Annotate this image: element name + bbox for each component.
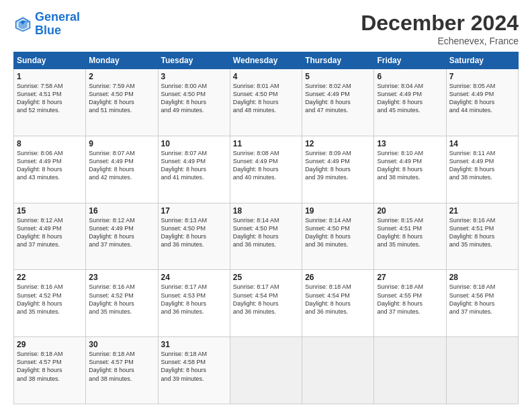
day-info: Sunrise: 8:09 AM Sunset: 4:49 PM Dayligh…: [305, 149, 371, 182]
day-number: 9: [89, 139, 154, 148]
day-info: Sunrise: 8:18 AM Sunset: 4:57 PM Dayligh…: [17, 350, 83, 383]
col-friday: Friday: [374, 52, 446, 69]
day-cell: 26Sunrise: 8:18 AM Sunset: 4:54 PM Dayli…: [302, 270, 374, 337]
day-info: Sunrise: 8:14 AM Sunset: 4:50 PM Dayligh…: [233, 216, 299, 249]
day-number: 5: [305, 72, 371, 81]
day-info: Sunrise: 8:15 AM Sunset: 4:51 PM Dayligh…: [377, 216, 443, 249]
week-row-1: 1Sunrise: 7:58 AM Sunset: 4:51 PM Daylig…: [14, 69, 519, 136]
day-info: Sunrise: 8:17 AM Sunset: 4:53 PM Dayligh…: [161, 283, 227, 316]
day-info: Sunrise: 8:18 AM Sunset: 4:55 PM Dayligh…: [377, 283, 443, 316]
week-row-5: 29Sunrise: 8:18 AM Sunset: 4:57 PM Dayli…: [14, 337, 519, 404]
title-block: December 2024 Echenevex, France: [361, 11, 519, 46]
day-number: 16: [89, 206, 154, 216]
day-info: Sunrise: 8:07 AM Sunset: 4:49 PM Dayligh…: [161, 149, 227, 182]
day-cell: 30Sunrise: 8:18 AM Sunset: 4:57 PM Dayli…: [86, 337, 158, 404]
day-number: 21: [449, 206, 515, 216]
day-info: Sunrise: 8:05 AM Sunset: 4:49 PM Dayligh…: [449, 82, 515, 115]
day-cell: [446, 337, 518, 404]
day-info: Sunrise: 8:16 AM Sunset: 4:52 PM Dayligh…: [17, 283, 83, 316]
day-cell: 29Sunrise: 8:18 AM Sunset: 4:57 PM Dayli…: [14, 337, 86, 404]
day-cell: 3Sunrise: 8:00 AM Sunset: 4:50 PM Daylig…: [158, 69, 230, 136]
location: Echenevex, France: [361, 36, 519, 46]
day-number: 17: [161, 206, 227, 216]
day-number: 1: [17, 72, 83, 81]
day-info: Sunrise: 8:17 AM Sunset: 4:54 PM Dayligh…: [233, 283, 299, 316]
day-info: Sunrise: 8:08 AM Sunset: 4:49 PM Dayligh…: [233, 149, 299, 182]
day-number: 26: [305, 273, 371, 282]
week-row-3: 15Sunrise: 8:12 AM Sunset: 4:49 PM Dayli…: [14, 203, 519, 270]
day-cell: 31Sunrise: 8:18 AM Sunset: 4:58 PM Dayli…: [158, 337, 230, 404]
day-number: 13: [377, 139, 443, 148]
day-cell: 4Sunrise: 8:01 AM Sunset: 4:50 PM Daylig…: [230, 69, 302, 136]
day-cell: 21Sunrise: 8:16 AM Sunset: 4:51 PM Dayli…: [446, 203, 518, 270]
day-number: 28: [449, 273, 515, 282]
calendar-body: 1Sunrise: 7:58 AM Sunset: 4:51 PM Daylig…: [14, 69, 519, 404]
day-cell: 5Sunrise: 8:02 AM Sunset: 4:49 PM Daylig…: [302, 69, 374, 136]
day-cell: 27Sunrise: 8:18 AM Sunset: 4:55 PM Dayli…: [374, 270, 446, 337]
logo-text-top: General: [35, 11, 80, 24]
day-cell: [374, 337, 446, 404]
day-cell: 13Sunrise: 8:10 AM Sunset: 4:49 PM Dayli…: [374, 136, 446, 203]
day-number: 19: [305, 206, 371, 216]
day-cell: 28Sunrise: 8:18 AM Sunset: 4:56 PM Dayli…: [446, 270, 518, 337]
day-number: 15: [17, 206, 83, 216]
day-info: Sunrise: 8:04 AM Sunset: 4:49 PM Dayligh…: [377, 82, 443, 115]
day-cell: [230, 337, 302, 404]
week-row-2: 8Sunrise: 8:06 AM Sunset: 4:49 PM Daylig…: [14, 136, 519, 203]
day-number: 8: [17, 139, 83, 148]
day-number: 25: [233, 273, 299, 282]
day-cell: 22Sunrise: 8:16 AM Sunset: 4:52 PM Dayli…: [14, 270, 86, 337]
header-row: Sunday Monday Tuesday Wednesday Thursday…: [14, 52, 519, 69]
day-number: 10: [161, 139, 227, 148]
col-tuesday: Tuesday: [158, 52, 230, 69]
day-cell: 19Sunrise: 8:14 AM Sunset: 4:50 PM Dayli…: [302, 203, 374, 270]
day-info: Sunrise: 8:02 AM Sunset: 4:49 PM Dayligh…: [305, 82, 371, 115]
day-number: 29: [17, 340, 83, 349]
logo-text-bottom: Blue: [35, 24, 80, 38]
day-number: 6: [377, 72, 443, 81]
col-monday: Monday: [86, 52, 158, 69]
day-cell: [302, 337, 374, 404]
day-number: 7: [449, 72, 515, 81]
day-info: Sunrise: 8:01 AM Sunset: 4:50 PM Dayligh…: [233, 82, 299, 115]
day-cell: 18Sunrise: 8:14 AM Sunset: 4:50 PM Dayli…: [230, 203, 302, 270]
day-cell: 8Sunrise: 8:06 AM Sunset: 4:49 PM Daylig…: [14, 136, 86, 203]
day-cell: 6Sunrise: 8:04 AM Sunset: 4:49 PM Daylig…: [374, 69, 446, 136]
day-info: Sunrise: 7:59 AM Sunset: 4:50 PM Dayligh…: [89, 82, 154, 115]
day-number: 27: [377, 273, 443, 282]
day-number: 22: [17, 273, 83, 282]
day-number: 23: [89, 273, 154, 282]
col-thursday: Thursday: [302, 52, 374, 69]
month-title: December 2024: [361, 11, 519, 36]
week-row-4: 22Sunrise: 8:16 AM Sunset: 4:52 PM Dayli…: [14, 270, 519, 337]
day-info: Sunrise: 8:18 AM Sunset: 4:58 PM Dayligh…: [161, 350, 227, 383]
day-number: 31: [161, 340, 227, 349]
calendar-table: Sunday Monday Tuesday Wednesday Thursday…: [13, 52, 519, 404]
day-info: Sunrise: 8:14 AM Sunset: 4:50 PM Dayligh…: [305, 216, 371, 249]
day-info: Sunrise: 8:12 AM Sunset: 4:49 PM Dayligh…: [89, 216, 154, 249]
page: General Blue December 2024 Echenevex, Fr…: [0, 0, 532, 411]
logo: General Blue: [13, 11, 80, 38]
day-cell: 10Sunrise: 8:07 AM Sunset: 4:49 PM Dayli…: [158, 136, 230, 203]
day-cell: 16Sunrise: 8:12 AM Sunset: 4:49 PM Dayli…: [86, 203, 158, 270]
day-info: Sunrise: 7:58 AM Sunset: 4:51 PM Dayligh…: [17, 82, 83, 115]
day-cell: 2Sunrise: 7:59 AM Sunset: 4:50 PM Daylig…: [86, 69, 158, 136]
day-number: 20: [377, 206, 443, 216]
day-number: 30: [89, 340, 154, 349]
day-cell: 12Sunrise: 8:09 AM Sunset: 4:49 PM Dayli…: [302, 136, 374, 203]
day-cell: 17Sunrise: 8:13 AM Sunset: 4:50 PM Dayli…: [158, 203, 230, 270]
day-cell: 14Sunrise: 8:11 AM Sunset: 4:49 PM Dayli…: [446, 136, 518, 203]
day-number: 11: [233, 139, 299, 148]
day-cell: 15Sunrise: 8:12 AM Sunset: 4:49 PM Dayli…: [14, 203, 86, 270]
day-cell: 24Sunrise: 8:17 AM Sunset: 4:53 PM Dayli…: [158, 270, 230, 337]
day-cell: 20Sunrise: 8:15 AM Sunset: 4:51 PM Dayli…: [374, 203, 446, 270]
day-cell: 1Sunrise: 7:58 AM Sunset: 4:51 PM Daylig…: [14, 69, 86, 136]
col-wednesday: Wednesday: [230, 52, 302, 69]
day-info: Sunrise: 8:13 AM Sunset: 4:50 PM Dayligh…: [161, 216, 227, 249]
day-info: Sunrise: 8:00 AM Sunset: 4:50 PM Dayligh…: [161, 82, 227, 115]
day-info: Sunrise: 8:18 AM Sunset: 4:57 PM Dayligh…: [89, 350, 154, 383]
day-cell: 25Sunrise: 8:17 AM Sunset: 4:54 PM Dayli…: [230, 270, 302, 337]
day-info: Sunrise: 8:06 AM Sunset: 4:49 PM Dayligh…: [17, 149, 83, 182]
day-number: 3: [161, 72, 227, 81]
day-info: Sunrise: 8:18 AM Sunset: 4:54 PM Dayligh…: [305, 283, 371, 316]
